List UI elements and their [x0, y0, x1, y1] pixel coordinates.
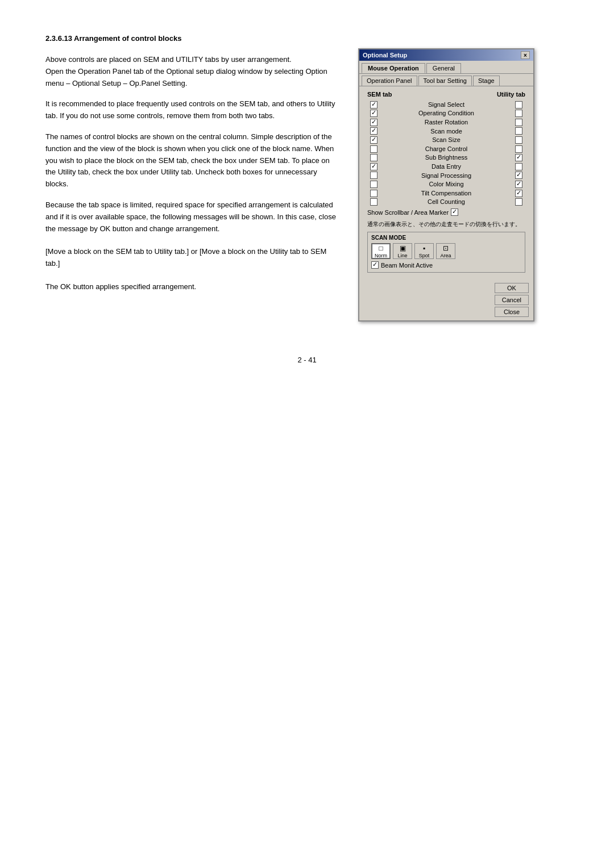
scan-area-icon: ⊡ [443, 244, 449, 252]
tab-mouse-operation[interactable]: Mouse Operation [362, 63, 425, 73]
controls-table: Signal SelectOperating ConditionRaster R… [365, 100, 528, 206]
control-row: Signal Select [365, 100, 528, 109]
control-row: Raster Rotation [365, 118, 528, 127]
beam-monit-label: Beam Monit Active [381, 262, 433, 269]
utility-checkbox-4[interactable] [515, 136, 522, 144]
utility-checkbox-1[interactable] [515, 110, 522, 117]
control-row: Scan Size [365, 135, 528, 144]
control-name: Cell Counting [383, 198, 509, 207]
control-row: Sub Brightness [365, 153, 528, 162]
sem-checkbox-2[interactable] [370, 119, 377, 126]
japanese-text: 通常の画像表示と、その他の走査モードの切換を行います。 [365, 219, 528, 229]
tab-general[interactable]: General [426, 63, 461, 73]
tab-toolbar-setting[interactable]: Tool bar Setting [418, 76, 472, 86]
dialog-titlebar: Optional Setup × [359, 49, 533, 61]
control-name: Signal Select [383, 100, 509, 109]
control-row: Scan mode [365, 127, 528, 136]
utility-checkbox-11[interactable] [515, 198, 522, 206]
scan-area-label: Area [440, 253, 451, 258]
sem-checkbox-9[interactable] [370, 181, 377, 188]
utility-checkbox-0[interactable] [515, 101, 522, 108]
sem-checkbox-4[interactable] [370, 136, 377, 144]
sem-checkbox-11[interactable] [370, 198, 377, 206]
utility-checkbox-7[interactable] [515, 163, 522, 170]
scrollbar-label: Show Scrollbar / Area Marker [367, 209, 449, 216]
scan-btn-line[interactable]: ▣ Line [393, 243, 412, 259]
control-row: Signal Processing [365, 171, 528, 180]
sem-checkbox-5[interactable] [370, 145, 377, 153]
dialog-close-button[interactable]: × [521, 51, 530, 59]
scan-spot-label: Spot [419, 253, 430, 258]
utility-checkbox-8[interactable] [515, 172, 522, 179]
control-name: Data Entry [383, 162, 509, 171]
cancel-button[interactable]: Cancel [495, 295, 529, 305]
control-name: Signal Processing [383, 171, 509, 180]
scan-line-label: Line [397, 253, 407, 258]
beam-monit-row: Beam Monit Active [371, 261, 521, 269]
section-heading: 2.3.6.13 Arrangement of control blocks [45, 34, 569, 43]
sem-checkbox-10[interactable] [370, 190, 377, 197]
utility-checkbox-6[interactable] [515, 154, 522, 161]
control-name: Tilt Compensation [383, 189, 509, 198]
sem-checkbox-8[interactable] [370, 172, 377, 179]
scan-mode-label: SCAN MODE [371, 235, 521, 241]
control-row: Data Entry [365, 162, 528, 171]
scan-mode-group: SCAN MODE □ Norm ▣ Line ▪ [367, 232, 525, 273]
control-row: Charge Control [365, 144, 528, 153]
sem-checkbox-6[interactable] [370, 154, 377, 161]
dialog-second-tabs: Operation Panel Tool bar Setting Stage [359, 74, 533, 86]
control-name: Sub Brightness [383, 153, 509, 162]
scan-line-icon: ▣ [400, 244, 406, 252]
sem-checkbox-1[interactable] [370, 110, 377, 117]
para1: Above controls are placed on SEM and UTI… [45, 54, 341, 89]
dialog-content: SEM tab Utility tab Signal SelectOperati… [359, 86, 533, 281]
control-row: Color Mixing [365, 180, 528, 189]
scrollbar-row: Show Scrollbar / Area Marker [365, 208, 528, 216]
utility-checkbox-9[interactable] [515, 181, 522, 188]
sem-checkbox-7[interactable] [370, 163, 377, 170]
scan-btn-area[interactable]: ⊡ Area [436, 243, 455, 259]
scan-btn-spot[interactable]: ▪ Spot [414, 243, 434, 259]
scan-norm-label: Norm [375, 253, 387, 258]
para2: It is recommended to place frequently us… [45, 98, 341, 122]
dialog-buttons: OK Cancel Close [359, 281, 533, 320]
control-row: Cell Counting [365, 198, 528, 207]
scan-norm-icon: □ [379, 244, 383, 252]
scrollbar-checkbox[interactable] [451, 208, 458, 216]
sem-tab-label: SEM tab [367, 91, 392, 98]
control-name: Color Mixing [383, 180, 509, 189]
scan-mode-buttons: □ Norm ▣ Line ▪ Spot [371, 243, 521, 259]
close-button[interactable]: Close [495, 307, 529, 317]
utility-checkbox-10[interactable] [515, 190, 522, 197]
control-name: Raster Rotation [383, 118, 509, 127]
sem-checkbox-0[interactable] [370, 101, 377, 108]
sem-checkbox-3[interactable] [370, 127, 377, 135]
beam-monit-checkbox[interactable] [371, 261, 379, 269]
control-row: Tilt Compensation [365, 189, 528, 198]
tab-stage[interactable]: Stage [473, 76, 500, 86]
optional-setup-dialog: Optional Setup × Mouse Operation General… [358, 48, 534, 322]
control-name: Scan mode [383, 127, 509, 136]
ok-button[interactable]: OK [495, 283, 529, 293]
dialog-title: Optional Setup [363, 52, 407, 59]
utility-checkbox-2[interactable] [515, 119, 522, 126]
scan-btn-norm[interactable]: □ Norm [371, 243, 391, 259]
bracket-text: [Move a block on the SEM tab to Utility … [45, 246, 341, 270]
ok-text: The OK button applies specified arrangem… [45, 281, 341, 293]
tab-operation-panel[interactable]: Operation Panel [362, 76, 417, 86]
utility-checkbox-3[interactable] [515, 127, 522, 135]
para3: The names of control blocks are shown on… [45, 131, 341, 190]
dialog-top-tabs: Mouse Operation General [359, 61, 533, 74]
control-row: Operating Condition [365, 109, 528, 118]
control-name: Charge Control [383, 144, 509, 153]
control-name: Scan Size [383, 135, 509, 144]
control-name: Operating Condition [383, 109, 509, 118]
page-number: 2 - 41 [45, 356, 569, 364]
para4: Because the tab space is limited, requir… [45, 199, 341, 235]
scan-spot-icon: ▪ [423, 244, 425, 252]
utility-tab-label: Utility tab [497, 91, 525, 98]
utility-checkbox-5[interactable] [515, 145, 522, 153]
